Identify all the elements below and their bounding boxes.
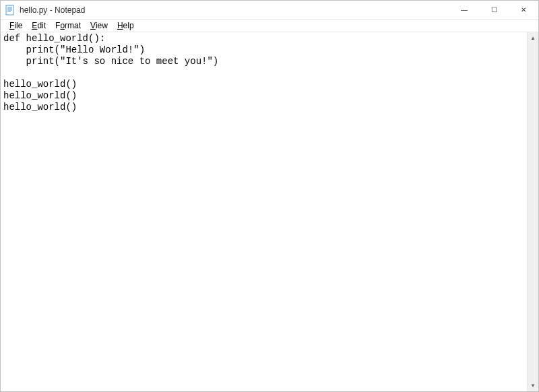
chevron-down-icon: ▼ [530,383,536,389]
menubar: File Edit Format View Help [1,20,538,32]
minimize-button[interactable]: — [449,1,479,19]
close-icon: ✕ [521,6,526,13]
notepad-window: hello.py - Notepad — ☐ ✕ File Edit Forma… [0,0,539,392]
titlebar[interactable]: hello.py - Notepad — ☐ ✕ [1,1,538,20]
menu-help[interactable]: Help [113,20,139,31]
minimize-icon: — [461,6,468,13]
menu-edit[interactable]: Edit [27,20,51,31]
vertical-scrollbar[interactable]: ▲ ▼ [527,32,538,391]
menu-format[interactable]: Format [51,20,86,31]
close-button[interactable]: ✕ [509,1,538,19]
text-editor[interactable]: def hello_world(): print("Hello World!")… [1,32,527,391]
notepad-icon [5,5,15,15]
window-controls: — ☐ ✕ [449,1,538,19]
window-title: hello.py - Notepad [20,5,85,15]
titlebar-left: hello.py - Notepad [5,5,85,15]
scroll-down-button[interactable]: ▼ [528,380,538,391]
maximize-icon: ☐ [491,6,497,13]
scrollbar-track[interactable] [528,44,538,380]
menu-file[interactable]: File [5,20,27,31]
menu-view[interactable]: View [86,20,113,31]
content-area: def hello_world(): print("Hello World!")… [1,32,538,391]
chevron-up-icon: ▲ [530,35,536,41]
maximize-button[interactable]: ☐ [479,1,509,19]
scroll-up-button[interactable]: ▲ [528,32,538,44]
